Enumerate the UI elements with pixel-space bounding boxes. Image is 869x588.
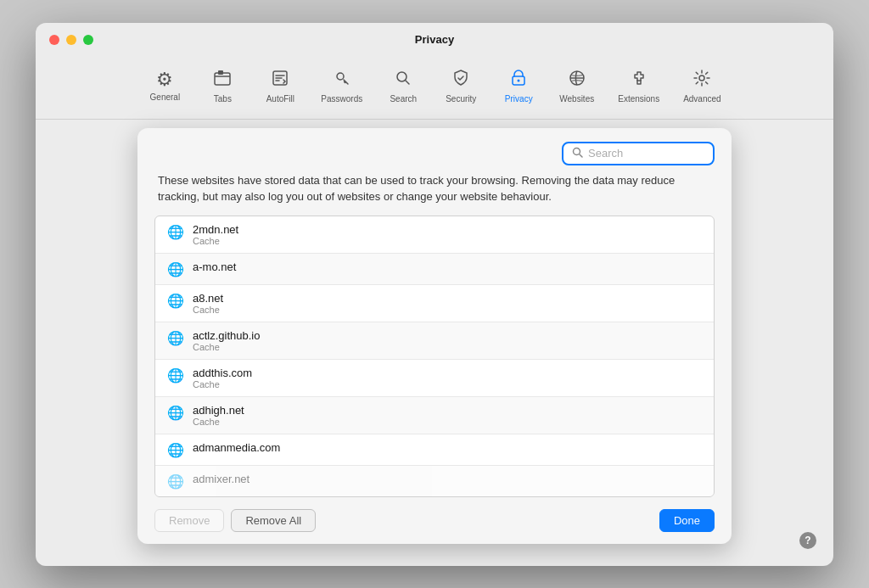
globe-icon: 🌐 [167,367,184,384]
toolbar-item-passwords[interactable]: Passwords [311,64,373,109]
tabs-icon [213,69,232,91]
list-item[interactable]: 🌐 actlz.github.io Cache [155,322,714,360]
svg-point-9 [699,76,704,81]
dialog-footer: Remove Remove All Done [137,497,732,544]
website-info: admixer.net [193,473,249,485]
privacy-icon [509,69,528,91]
website-info: admanmedia.com [193,441,280,454]
toolbar-label-privacy: Privacy [505,94,533,104]
autofill-icon [271,69,289,91]
toolbar-item-privacy[interactable]: Privacy [491,64,546,109]
list-item[interactable]: 🌐 admixer.net [155,466,714,496]
list-item[interactable]: 🌐 addthis.com Cache [155,360,714,397]
website-sub: Cache [193,417,244,427]
globe-icon: 🌐 [167,293,184,309]
toolbar-item-autofill[interactable]: AutoFill [253,64,307,109]
website-info: addthis.com Cache [193,367,252,389]
list-item[interactable]: 🌐 a8.net Cache [155,285,714,322]
dialog-header [137,128,732,172]
toolbar-label-search: Search [390,94,417,104]
advanced-icon [692,69,711,91]
website-info: a8.net Cache [193,292,223,315]
website-name: a-mo.net [193,260,236,273]
toolbar-label-passwords: Passwords [321,94,362,104]
svg-rect-1 [218,70,223,75]
help-button[interactable]: ? [799,532,816,549]
toolbar-label-security: Security [446,94,476,104]
website-sub: Cache [193,305,223,315]
passwords-icon [333,69,351,91]
toolbar-item-security[interactable]: Security [434,64,488,109]
website-name: 2mdn.net [193,223,238,236]
website-info: adhigh.net Cache [193,404,244,427]
toolbar-item-websites[interactable]: Websites [549,64,604,109]
toolbar-item-search[interactable]: Search [376,64,430,109]
svg-point-7 [518,79,520,81]
svg-point-5 [397,72,406,81]
gear-icon: ⚙ [156,70,173,89]
main-window: Privacy ⚙ General Tabs AutoFill Passwor [36,23,833,566]
maximize-button[interactable] [83,35,93,45]
window-body: These websites have stored data that can… [36,120,833,566]
website-name: addthis.com [193,367,252,379]
svg-point-10 [574,148,580,154]
toolbar: ⚙ General Tabs AutoFill Passwords [36,57,833,120]
minimize-button[interactable] [66,35,76,45]
website-name: admanmedia.com [193,441,280,454]
toolbar-label-general: General [150,92,181,102]
website-sub: Cache [193,236,238,246]
globe-icon: 🌐 [167,261,184,277]
privacy-dialog: These websites have stored data that can… [137,128,732,544]
website-sub: Cache [193,342,261,352]
title-bar: Privacy [36,23,833,57]
globe-icon: 🌐 [167,442,184,458]
globe-icon: 🌐 [167,224,184,240]
list-item[interactable]: 🌐 admanmedia.com [155,434,714,466]
toolbar-item-extensions[interactable]: Extensions [608,64,670,109]
website-name: a8.net [193,292,223,305]
website-name: actlz.github.io [193,329,261,342]
close-button[interactable] [49,35,59,45]
svg-point-3 [337,73,344,80]
toolbar-label-extensions: Extensions [618,94,659,104]
website-list: 🌐 2mdn.net Cache 🌐 a-mo.net 🌐 a8.net [154,216,715,497]
search-icon [572,147,583,160]
toolbar-label-autofill: AutoFill [266,94,294,104]
window-title: Privacy [415,33,454,46]
toolbar-item-general[interactable]: ⚙ General [137,65,192,107]
remove-all-button[interactable]: Remove All [231,509,316,532]
security-icon [451,69,470,91]
toolbar-label-tabs: Tabs [214,94,232,104]
website-info: a-mo.net [193,260,236,273]
toolbar-item-advanced[interactable]: Advanced [673,64,731,109]
list-item[interactable]: 🌐 2mdn.net Cache [155,216,714,254]
search-box[interactable] [562,142,715,165]
done-button[interactable]: Done [659,509,715,532]
list-item[interactable]: 🌐 a-mo.net [155,254,714,285]
toolbar-label-advanced: Advanced [683,94,720,104]
website-info: actlz.github.io Cache [193,329,261,352]
website-name: admixer.net [193,473,249,485]
search-toolbar-icon [394,69,412,91]
search-input[interactable] [588,147,704,160]
footer-left-buttons: Remove Remove All [154,509,316,532]
list-item[interactable]: 🌐 adhigh.net Cache [155,397,714,434]
description-text: These websites have stored data that can… [137,172,732,216]
extensions-icon [630,69,648,91]
website-name: adhigh.net [193,404,244,417]
svg-rect-0 [215,73,230,85]
traffic-lights [49,35,93,45]
toolbar-item-tabs[interactable]: Tabs [195,64,249,109]
globe-icon: 🌐 [167,473,184,490]
website-sub: Cache [193,379,252,389]
website-info: 2mdn.net Cache [193,223,238,246]
remove-button[interactable]: Remove [154,509,224,532]
toolbar-label-websites: Websites [559,94,594,104]
globe-icon: 🌐 [167,405,184,421]
websites-icon [568,69,586,91]
globe-icon: 🌐 [167,330,184,346]
